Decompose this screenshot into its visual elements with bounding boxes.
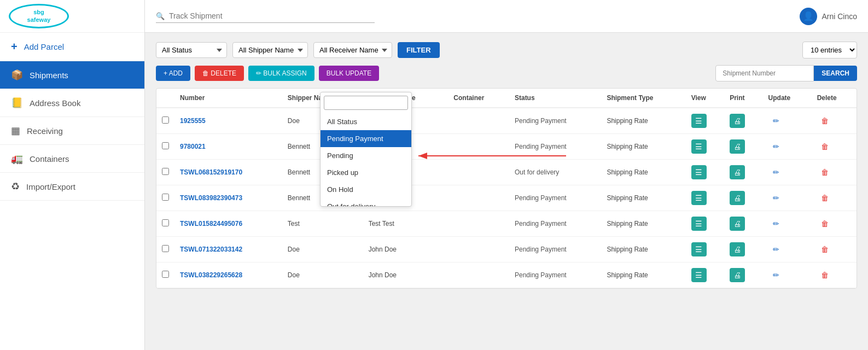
delete-icon-3[interactable]: 🗑 bbox=[817, 191, 832, 205]
row-print-4[interactable]: 🖨 bbox=[724, 211, 762, 237]
row-delete-5[interactable]: 🗑 bbox=[812, 237, 857, 262]
row-view-4[interactable]: ☰ bbox=[686, 211, 724, 237]
row-checkbox-3[interactable] bbox=[156, 185, 174, 211]
sidebar-item-shipments[interactable]: 📦 Shipments bbox=[0, 61, 144, 89]
row-checkbox-0[interactable] bbox=[156, 108, 174, 134]
shipper-filter[interactable]: All Shipper Name bbox=[232, 42, 308, 58]
update-icon-3[interactable]: ✏ bbox=[768, 191, 784, 205]
view-icon-4[interactable]: ☰ bbox=[691, 217, 707, 231]
dropdown-item-out-for-delivery[interactable]: Out for delivery bbox=[321, 198, 411, 206]
print-icon-6[interactable]: 🖨 bbox=[730, 268, 745, 282]
print-icon-3[interactable]: 🖨 bbox=[730, 191, 745, 205]
update-icon-0[interactable]: ✏ bbox=[768, 114, 784, 128]
delete-icon-1[interactable]: 🗑 bbox=[817, 139, 832, 154]
row-update-4[interactable]: ✏ bbox=[763, 211, 812, 237]
print-icon-1[interactable]: 🖨 bbox=[730, 139, 745, 154]
row-view-1[interactable]: ☰ bbox=[686, 134, 724, 160]
containers-icon: 🚛 bbox=[11, 153, 23, 165]
delete-icon-2[interactable]: 🗑 bbox=[817, 165, 832, 179]
row-number-5[interactable]: TSWL071322033142 bbox=[174, 237, 282, 262]
print-icon-4[interactable]: 🖨 bbox=[730, 217, 745, 231]
row-checkbox-1[interactable] bbox=[156, 134, 174, 160]
row-number-0[interactable]: 1925555 bbox=[174, 108, 282, 134]
bulk-assign-button[interactable]: ✏ BULK ASSIGN bbox=[248, 66, 314, 81]
row-number-3[interactable]: TSWL083982390473 bbox=[174, 185, 282, 211]
row-print-1[interactable]: 🖨 bbox=[724, 134, 762, 160]
delete-button[interactable]: 🗑 DELETE bbox=[195, 66, 244, 81]
receiver-filter[interactable]: All Receiver Name bbox=[313, 42, 392, 58]
row-print-0[interactable]: 🖨 bbox=[724, 108, 762, 134]
entries-select[interactable]: 10 entries bbox=[802, 42, 857, 59]
view-icon-3[interactable]: ☰ bbox=[691, 191, 707, 205]
row-view-2[interactable]: ☰ bbox=[686, 160, 724, 185]
row-update-2[interactable]: ✏ bbox=[763, 160, 812, 185]
view-icon-5[interactable]: ☰ bbox=[691, 242, 707, 256]
row-delete-0[interactable]: 🗑 bbox=[812, 108, 857, 134]
row-delete-6[interactable]: 🗑 bbox=[812, 262, 857, 288]
delete-icon-4[interactable]: 🗑 bbox=[817, 217, 832, 231]
row-print-5[interactable]: 🖨 bbox=[724, 237, 762, 262]
delete-icon-0[interactable]: 🗑 bbox=[817, 114, 832, 128]
view-icon-6[interactable]: ☰ bbox=[691, 268, 707, 282]
bulk-update-button[interactable]: BULK UPDATE bbox=[319, 66, 379, 81]
shipment-number-input[interactable] bbox=[715, 65, 814, 81]
dropdown-item-all-status[interactable]: All Status bbox=[321, 113, 411, 130]
sidebar-item-add-parcel[interactable]: + Add Parcel bbox=[0, 33, 144, 61]
row-checkbox-5[interactable] bbox=[156, 237, 174, 262]
row-view-3[interactable]: ☰ bbox=[686, 185, 724, 211]
print-icon-2[interactable]: 🖨 bbox=[730, 165, 745, 179]
row-delete-3[interactable]: 🗑 bbox=[812, 185, 857, 211]
row-delete-4[interactable]: 🗑 bbox=[812, 211, 857, 237]
dropdown-item-pending[interactable]: Pending bbox=[321, 147, 411, 164]
search-button[interactable]: SEARCH bbox=[814, 66, 857, 81]
row-type-0: Shipping Rate bbox=[601, 108, 685, 134]
sidebar: sbgsafeway + Add Parcel 📦 Shipments 📒 Ad… bbox=[0, 0, 145, 350]
view-icon-2[interactable]: ☰ bbox=[691, 165, 707, 179]
dropdown-search-input[interactable] bbox=[324, 96, 408, 110]
print-icon-5[interactable]: 🖨 bbox=[730, 242, 745, 256]
update-icon-1[interactable]: ✏ bbox=[768, 139, 784, 154]
row-number-1[interactable]: 9780021 bbox=[174, 134, 282, 160]
dropdown-item-on-hold[interactable]: On Hold bbox=[321, 181, 411, 198]
update-icon-2[interactable]: ✏ bbox=[768, 165, 784, 179]
delete-icon-5[interactable]: 🗑 bbox=[817, 242, 832, 256]
sidebar-item-containers[interactable]: 🚛 Containers bbox=[0, 145, 144, 173]
row-view-5[interactable]: ☰ bbox=[686, 237, 724, 262]
status-filter[interactable]: All Status bbox=[156, 42, 227, 58]
row-delete-1[interactable]: 🗑 bbox=[812, 134, 857, 160]
row-checkbox-6[interactable] bbox=[156, 262, 174, 288]
row-print-3[interactable]: 🖨 bbox=[724, 185, 762, 211]
row-delete-2[interactable]: 🗑 bbox=[812, 160, 857, 185]
row-update-1[interactable]: ✏ bbox=[763, 134, 812, 160]
row-checkbox-4[interactable] bbox=[156, 211, 174, 237]
view-icon-1[interactable]: ☰ bbox=[691, 139, 707, 154]
view-icon-0[interactable]: ☰ bbox=[691, 114, 707, 128]
add-button[interactable]: + ADD bbox=[156, 66, 190, 81]
sidebar-item-receiving[interactable]: ▦ Receiving bbox=[0, 117, 144, 145]
update-icon-6[interactable]: ✏ bbox=[768, 268, 784, 282]
row-update-3[interactable]: ✏ bbox=[763, 185, 812, 211]
row-print-6[interactable]: 🖨 bbox=[724, 262, 762, 288]
dropdown-item-pending-payment[interactable]: Pending Payment bbox=[321, 130, 411, 147]
filter-button[interactable]: FILTER bbox=[398, 42, 440, 58]
delete-icon-6[interactable]: 🗑 bbox=[817, 268, 832, 282]
row-view-6[interactable]: ☰ bbox=[686, 262, 724, 288]
sidebar-item-import-export[interactable]: ♻ Import/Export bbox=[0, 173, 144, 201]
row-number-2[interactable]: TSWL068152919170 bbox=[174, 160, 282, 185]
row-print-2[interactable]: 🖨 bbox=[724, 160, 762, 185]
track-search-bar[interactable]: 🔍 bbox=[156, 9, 375, 23]
row-update-6[interactable]: ✏ bbox=[763, 262, 812, 288]
row-number-4[interactable]: TSWL015824495076 bbox=[174, 211, 282, 237]
row-number-6[interactable]: TSWL038229265628 bbox=[174, 262, 282, 288]
dropdown-item-picked-up[interactable]: Picked up bbox=[321, 164, 411, 181]
update-icon-4[interactable]: ✏ bbox=[768, 217, 784, 231]
sidebar-item-address-book[interactable]: 📒 Address Book bbox=[0, 89, 144, 117]
print-icon-0[interactable]: 🖨 bbox=[730, 114, 745, 128]
row-update-5[interactable]: ✏ bbox=[763, 237, 812, 262]
row-update-0[interactable]: ✏ bbox=[763, 108, 812, 134]
row-checkbox-2[interactable] bbox=[156, 160, 174, 185]
update-icon-5[interactable]: ✏ bbox=[768, 242, 784, 256]
row-view-0[interactable]: ☰ bbox=[686, 108, 724, 134]
table-row: 9780021 Bennett Kyle Bennett Pending Pay… bbox=[156, 134, 857, 160]
track-shipment-input[interactable] bbox=[169, 11, 366, 20]
